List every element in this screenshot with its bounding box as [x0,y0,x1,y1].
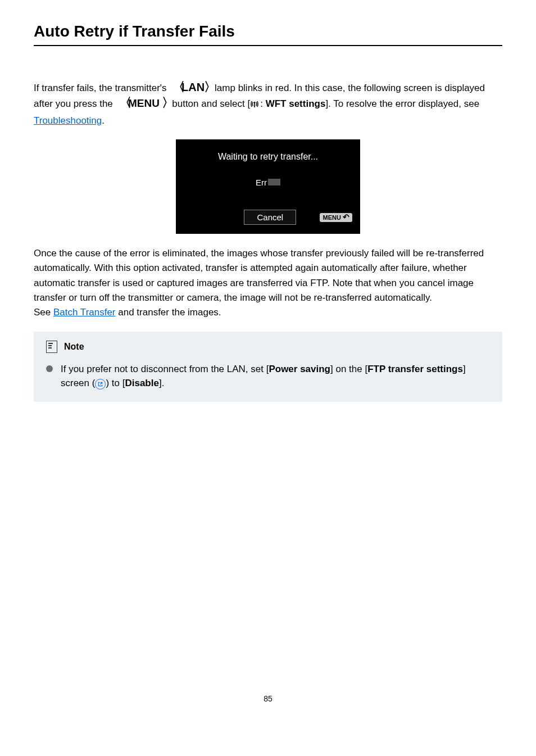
intro-paragraph: If transfer fails, the transmitter's 〈 L… [34,80,502,128]
svg-point-7 [254,102,256,103]
text: and transfer the images. [116,307,221,318]
page-title: Auto Retry if Transfer Fails [34,22,502,40]
text: ]. [159,378,164,388]
troubleshooting-link[interactable]: Troubleshooting [34,115,102,126]
note-box: Note If you prefer not to disconnect fro… [34,332,502,402]
note-text: If you prefer not to disconnect from the… [61,362,490,391]
note-bullet: If you prefer not to disconnect from the… [46,362,490,391]
back-arrow-icon: ↶ [343,214,349,220]
bullet-icon [46,365,53,372]
text: . [102,115,105,126]
cancel-button[interactable]: Cancel [244,210,296,225]
power-saving-label: Power saving [269,364,330,374]
menu-back-label: MENU [323,214,341,221]
screen-status-text: Waiting to retry transfer... [176,152,360,162]
text: If transfer fails, the transmitter's [34,83,169,93]
note-label: Note [64,342,84,352]
svg-text:〉: 〉 [204,80,211,94]
lan-icon: 〈 LAN 〉 [170,80,211,94]
screen-error-text: Err [176,178,360,187]
wft-settings-label: WFT settings [266,98,326,109]
menu-back-button[interactable]: MENU ↶ [320,213,352,222]
svg-text:LAN: LAN [181,81,205,93]
title-divider [34,45,502,46]
text: ) to [ [106,378,125,388]
ftp-transfer-settings-label: FTP transfer settings [367,364,463,374]
text: ]. To resolve the error displayed, see [325,98,479,109]
disable-label: Disable [125,378,158,388]
text: If you prefer not to disconnect from the… [61,364,269,374]
text: button and select [ [172,98,250,109]
text: : [260,98,265,109]
svg-text:〉: 〉 [162,96,169,110]
text: Once the cause of the error is eliminate… [34,248,484,303]
note-heading: Note [46,341,490,353]
text: ] on the [ [330,364,367,374]
svg-text:MENU: MENU [128,97,160,109]
note-icon [46,341,57,353]
page-number: 85 [34,694,502,703]
text: See [34,307,53,318]
explanation-paragraph: Once the cause of the error is eliminate… [34,246,502,320]
err-label: Err [256,178,267,187]
antenna-icon [250,98,259,113]
svg-line-8 [100,383,102,384]
camera-screen: Waiting to retry transfer... Err Cancel … [34,139,502,234]
menu-icon: 〈 MENU 〉 [117,96,169,110]
batch-transfer-link[interactable]: Batch Transfer [53,307,116,318]
err-code-placeholder [268,179,280,185]
link-reference-icon[interactable] [95,379,106,390]
